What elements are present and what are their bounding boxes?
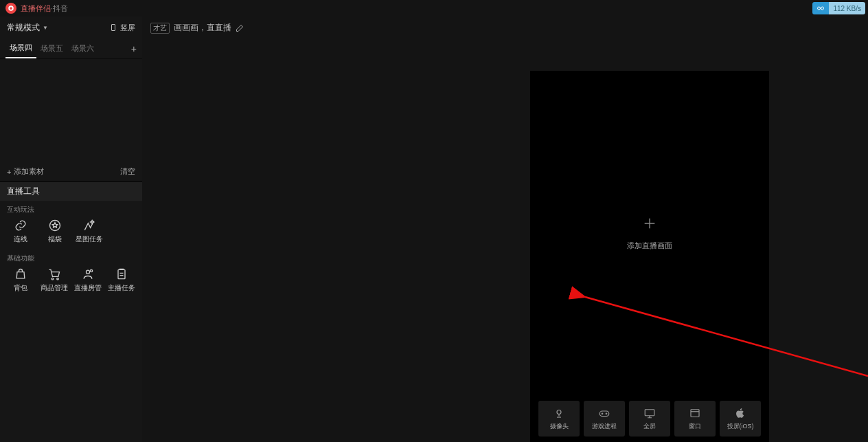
clear-sources-button[interactable]: 清空 xyxy=(120,166,135,177)
tool-label: 主播任务 xyxy=(108,283,135,293)
link-icon xyxy=(14,219,27,232)
app-logo-icon xyxy=(5,3,16,14)
svg-rect-10 xyxy=(118,269,125,278)
svg-rect-4 xyxy=(112,25,115,31)
basic-tools-row: 背包 商品管理 直播房管 主播任务 xyxy=(0,265,142,298)
stream-title: 画画画，直直播 xyxy=(174,22,231,34)
svg-rect-12 xyxy=(599,411,609,417)
network-status-badge[interactable]: 112 KB/s xyxy=(812,2,865,14)
source-buttons-row: 摄像头 游戏进程 全屏 窗口 投屏(iOS) xyxy=(530,395,769,442)
title-bar: 直播伴侣 ·抖音 112 KB/s xyxy=(0,0,868,16)
pencil-icon xyxy=(236,24,244,32)
tool-label: 商品管理 xyxy=(41,283,68,293)
sidebar: 常规模式 ▼ 竖屏 场景四 场景五 场景六 + + 添加素材 清空 直播工具 互… xyxy=(0,16,142,442)
bag-icon xyxy=(14,267,27,281)
svg-rect-15 xyxy=(645,409,654,415)
scene-tab-5[interactable]: 场景五 xyxy=(36,38,67,58)
orientation-label: 竖屏 xyxy=(120,23,135,33)
svg-point-9 xyxy=(90,269,92,272)
apple-icon xyxy=(734,407,746,419)
source-label: 全屏 xyxy=(643,422,656,431)
network-icon xyxy=(812,2,829,14)
plus-icon: + xyxy=(7,168,11,176)
source-window[interactable]: 窗口 xyxy=(674,401,716,437)
add-source-button[interactable]: + 添加素材 xyxy=(7,166,44,177)
monitor-icon xyxy=(643,407,656,419)
camera-icon xyxy=(553,407,565,419)
sparkle-icon xyxy=(82,219,96,232)
svg-point-11 xyxy=(557,410,561,414)
orientation-toggle[interactable]: 竖屏 xyxy=(109,23,135,33)
svg-point-8 xyxy=(87,270,90,274)
interactive-tools-row: 连线 福袋 星图任务 xyxy=(0,216,142,250)
content-area: 才艺 画画画，直直播 添加直播画面 摄像头 游戏进程 xyxy=(142,16,868,442)
tool-products[interactable]: 商品管理 xyxy=(38,265,70,296)
tool-fudai[interactable]: 福袋 xyxy=(38,216,71,247)
window-icon xyxy=(689,407,701,419)
tools-header: 直播工具 xyxy=(0,182,142,201)
tool-label: 连线 xyxy=(14,234,27,244)
content-header: 才艺 画画画，直直播 xyxy=(142,16,868,39)
source-game[interactable]: 游戏进程 xyxy=(584,401,625,437)
scene-tab-4[interactable]: 场景四 xyxy=(5,38,36,58)
svg-point-6 xyxy=(52,278,54,280)
source-label: 窗口 xyxy=(689,422,701,431)
category-badge[interactable]: 才艺 xyxy=(150,23,170,34)
svg-point-13 xyxy=(602,413,603,415)
tool-label: 直播房管 xyxy=(74,283,102,293)
network-speed-text: 112 KB/s xyxy=(829,2,865,14)
tool-xingtu[interactable]: 星图任务 xyxy=(73,216,106,247)
scene-tabs: 场景四 场景五 场景六 + xyxy=(0,38,142,59)
chevron-down-icon: ▼ xyxy=(43,25,48,31)
tool-label: 福袋 xyxy=(48,234,62,244)
add-canvas-label: 添加直播画面 xyxy=(627,241,672,251)
source-label: 游戏进程 xyxy=(592,422,617,431)
svg-point-14 xyxy=(606,413,607,415)
gamepad-icon xyxy=(598,407,610,419)
plus-icon xyxy=(642,216,657,231)
star-circle-icon xyxy=(48,219,62,232)
svg-rect-16 xyxy=(691,409,699,417)
source-label: 摄像头 xyxy=(550,422,569,431)
source-label: 投屏(iOS) xyxy=(727,422,754,431)
add-scene-button[interactable]: + xyxy=(131,43,137,54)
section-interactive-label: 互动玩法 xyxy=(0,201,142,216)
scene-sources-list xyxy=(0,59,142,162)
source-ios-cast[interactable]: 投屏(iOS) xyxy=(720,401,761,437)
tool-room-admin[interactable]: 直播房管 xyxy=(72,265,104,296)
svg-point-2 xyxy=(818,7,821,10)
mode-label: 常规模式 xyxy=(7,22,40,34)
app-title: 直播伴侣 xyxy=(21,3,51,14)
person-gear-icon xyxy=(81,267,95,281)
tool-backpack[interactable]: 背包 xyxy=(4,265,36,296)
tool-label: 背包 xyxy=(14,283,27,293)
svg-point-3 xyxy=(821,7,824,10)
app-title-suffix: ·抖音 xyxy=(51,3,68,14)
source-fullscreen[interactable]: 全屏 xyxy=(629,401,670,437)
source-camera[interactable]: 摄像头 xyxy=(538,401,580,437)
portrait-icon xyxy=(109,23,117,32)
preview-canvas: 添加直播画面 摄像头 游戏进程 全屏 窗口 xyxy=(530,71,769,442)
clipboard-icon xyxy=(115,267,128,281)
section-basic-label: 基础功能 xyxy=(0,250,142,265)
svg-point-1 xyxy=(10,7,12,10)
scene-tab-6[interactable]: 场景六 xyxy=(67,38,98,58)
tool-host-task[interactable]: 主播任务 xyxy=(106,265,138,296)
mode-selector[interactable]: 常规模式 ▼ xyxy=(7,22,48,34)
add-source-label: 添加素材 xyxy=(14,166,44,177)
tool-lianmai[interactable]: 连线 xyxy=(4,216,37,247)
add-canvas-button[interactable]: 添加直播画面 xyxy=(530,71,769,395)
edit-title-button[interactable] xyxy=(236,24,244,32)
tool-label: 星图任务 xyxy=(76,234,103,244)
svg-point-7 xyxy=(57,278,59,280)
cart-icon xyxy=(47,267,61,281)
